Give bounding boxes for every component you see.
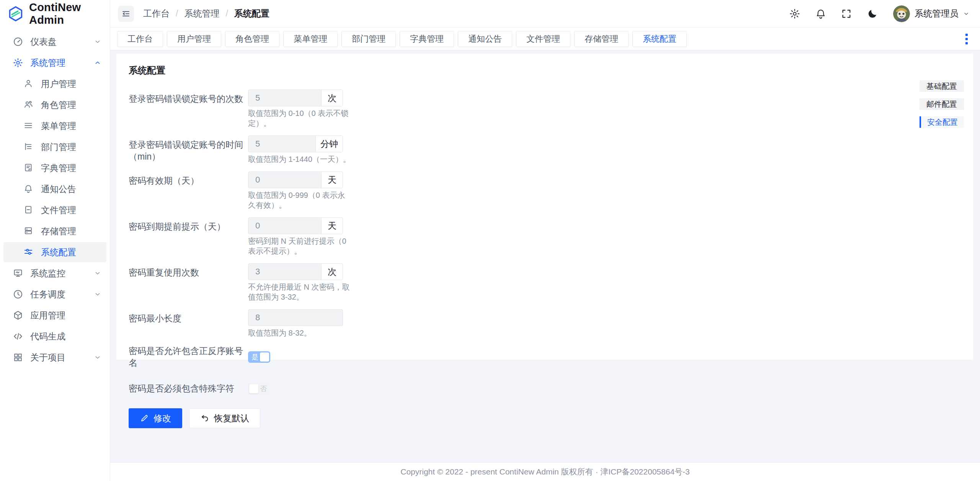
- sidebar-item-system-monitor[interactable]: 系统监控: [3, 263, 106, 283]
- chevron-up-icon: [94, 59, 101, 66]
- input-suffix: 次: [321, 264, 343, 280]
- chevron-down-icon: [94, 291, 101, 298]
- sidebar-item-label: 系统配置: [41, 246, 101, 258]
- field-label: 密码重复使用次数: [129, 263, 248, 309]
- sidebar-item-about-project[interactable]: 关于项目: [3, 347, 106, 367]
- sidebar-item-system-config[interactable]: 系统配置: [3, 242, 106, 262]
- dark-mode-moon-icon[interactable]: [867, 8, 879, 20]
- user-menu[interactable]: 系统管理员: [893, 5, 969, 22]
- users-icon: [23, 99, 34, 110]
- sidebar-item-task-schedule[interactable]: 任务调度: [3, 284, 106, 304]
- tab-department-management[interactable]: 部门管理: [341, 31, 396, 47]
- content-area: 系统配置 登录密码错误锁定账号的次数 5 次 取值范围为 0-10（0 表示不锁…: [110, 51, 980, 462]
- password-expiry-input[interactable]: 0 天: [248, 171, 343, 188]
- tab-dict-management[interactable]: 字典管理: [400, 31, 454, 47]
- field-label: 密码是否允许包含正反序账号名: [129, 345, 248, 369]
- input-suffix: 次: [321, 90, 343, 106]
- allow-username-in-password-switch[interactable]: 是: [248, 351, 270, 363]
- form-row: 密码到期提前提示（天） 0 天 密码到期 N 天前进行提示（0 表示不提示）。: [129, 217, 961, 263]
- tab-workbench[interactable]: 工作台: [117, 31, 163, 47]
- field-hint: 取值范围为 0-999（0 表示永久有效）。: [248, 190, 352, 210]
- login-fail-count-input[interactable]: 5 次: [248, 90, 343, 106]
- code-icon: [13, 331, 23, 342]
- form-row: 密码最小长度 8 取值范围为 8-32。: [129, 309, 961, 345]
- page-title: 系统配置: [129, 64, 961, 77]
- form-row: 登录密码错误锁定账号的次数 5 次 取值范围为 0-10（0 表示不锁定）。: [129, 90, 961, 135]
- tab-system-config[interactable]: 系统配置: [632, 31, 687, 47]
- tab-basic-config[interactable]: 基础配置: [920, 80, 964, 92]
- menu-lines-icon: [23, 121, 34, 131]
- sidebar-item-label: 系统监控: [30, 267, 94, 279]
- tab-storage-management[interactable]: 存储管理: [574, 31, 629, 47]
- sliders-icon: [23, 247, 34, 258]
- save-button[interactable]: 修改: [129, 408, 182, 428]
- settings-icon[interactable]: [789, 8, 800, 20]
- field-hint: 取值范围为 0-10（0 表示不锁定）。: [248, 108, 352, 128]
- breadcrumb: 工作台 / 系统管理 / 系统配置: [143, 8, 270, 20]
- form-actions: 修改 恢复默认: [129, 408, 961, 428]
- sidebar-item-dict-management[interactable]: 字典管理: [3, 158, 106, 178]
- user-name: 系统管理员: [915, 8, 959, 20]
- form-row: 登录密码错误锁定账号的时间（min） 5 分钟 取值范围为 1-1440（一天）…: [129, 135, 961, 171]
- sidebar-item-app-management[interactable]: 应用管理: [3, 305, 106, 325]
- switch-knob: [249, 384, 258, 393]
- tab-mail-config[interactable]: 邮件配置: [920, 98, 964, 110]
- lock-duration-input[interactable]: 5 分钟: [248, 135, 343, 152]
- restore-default-button[interactable]: 恢复默认: [189, 408, 260, 428]
- min-password-length-input[interactable]: 8: [248, 309, 343, 326]
- form-row: 密码有效期（天） 0 天 取值范围为 0-999（0 表示永久有效）。: [129, 171, 961, 217]
- expiry-warning-days-input[interactable]: 0 天: [248, 217, 343, 234]
- breadcrumb-item-current: 系统配置: [234, 8, 270, 20]
- sidebar-item-role-management[interactable]: 角色管理: [3, 95, 106, 115]
- notification-bell-icon[interactable]: [815, 8, 826, 20]
- config-section-tabs: 基础配置 邮件配置 安全配置: [920, 80, 964, 128]
- sidebar-item-system-management[interactable]: 系统管理: [3, 53, 106, 73]
- tab-security-config[interactable]: 安全配置: [920, 116, 964, 128]
- switch-knob: [260, 352, 269, 362]
- tab-more-menu-icon[interactable]: [960, 31, 973, 47]
- field-label: 密码到期提前提示（天）: [129, 217, 248, 263]
- sidebar-collapse-button[interactable]: [118, 6, 134, 22]
- sidebar-item-file-management[interactable]: 文件管理: [3, 200, 106, 220]
- clock-icon: [13, 289, 23, 300]
- chevron-down-icon: [963, 11, 969, 17]
- fullscreen-icon[interactable]: [841, 8, 853, 20]
- breadcrumb-separator: /: [176, 8, 178, 19]
- sidebar-item-label: 用户管理: [41, 78, 101, 90]
- sidebar-item-label: 存储管理: [41, 225, 101, 237]
- input-suffix: 天: [321, 172, 343, 188]
- tab-user-management[interactable]: 用户管理: [167, 31, 221, 47]
- sidebar-item-dashboard[interactable]: 仪表盘: [3, 32, 106, 52]
- field-label: 密码有效期（天）: [129, 171, 248, 217]
- file-icon: [23, 205, 34, 215]
- tab-file-management[interactable]: 文件管理: [516, 31, 570, 47]
- system-config-card: 系统配置 登录密码错误锁定账号的次数 5 次 取值范围为 0-10（0 表示不锁…: [116, 54, 973, 360]
- sidebar-item-label: 字典管理: [41, 162, 101, 174]
- breadcrumb-item[interactable]: 工作台: [143, 8, 170, 20]
- input-suffix: 天: [321, 218, 343, 234]
- sidebar-item-storage-management[interactable]: 存储管理: [3, 221, 106, 241]
- input-value: 3: [248, 264, 321, 280]
- sidebar-item-department-management[interactable]: 部门管理: [3, 137, 106, 157]
- monitor-icon: [13, 268, 23, 279]
- field-label: 密码最小长度: [129, 309, 248, 345]
- breadcrumb-item[interactable]: 系统管理: [184, 8, 219, 20]
- tab-role-management[interactable]: 角色管理: [225, 31, 279, 47]
- sidebar-item-code-generation[interactable]: 代码生成: [3, 326, 106, 346]
- gear-icon: [13, 57, 23, 68]
- sidebar-item-menu-management[interactable]: 菜单管理: [3, 116, 106, 136]
- require-special-char-switch[interactable]: 否: [248, 383, 270, 395]
- sidebar-item-notice[interactable]: 通知公告: [3, 179, 106, 199]
- password-reuse-count-input[interactable]: 3 次: [248, 263, 343, 280]
- tab-menu-management[interactable]: 菜单管理: [283, 31, 338, 47]
- tab-notice[interactable]: 通知公告: [458, 31, 512, 47]
- chevron-down-icon: [94, 354, 101, 361]
- sidebar-item-user-management[interactable]: 用户管理: [3, 74, 106, 94]
- input-value: 0: [248, 172, 321, 188]
- switch-label: 否: [260, 383, 267, 395]
- logo[interactable]: ContiNew Admin: [0, 0, 110, 28]
- undo-icon: [200, 414, 209, 423]
- field-hint: 密码到期 N 天前进行提示（0 表示不提示）。: [248, 236, 352, 256]
- input-value: 0: [248, 218, 321, 234]
- field-label: 密码是否必须包含特殊字符: [129, 383, 248, 395]
